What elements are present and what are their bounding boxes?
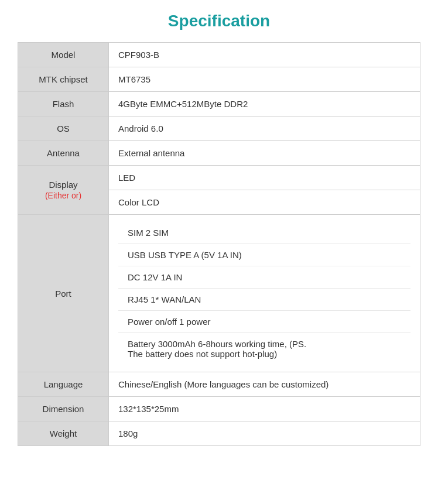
value-antenna: External antenna [109, 141, 420, 166]
value-os: Android 6.0 [109, 116, 420, 141]
port-battery: Battery 3000mAh 6-8hours working time, (… [118, 333, 410, 365]
table-row: Flash 4GByte EMMC+512MByte DDR2 [18, 92, 420, 116]
label-display: Display (Either or) [18, 166, 109, 215]
label-os: OS [18, 116, 109, 141]
value-dimension: 132*135*25mm [109, 397, 420, 421]
value-display-led: LED [109, 166, 420, 190]
table-row-weight: Weight 180g [18, 421, 420, 446]
table-row: OS Android 6.0 [18, 116, 420, 141]
label-antenna: Antenna [18, 141, 109, 166]
page-title: Specification [168, 12, 270, 30]
table-row: Antenna External antenna [18, 141, 420, 166]
port-usb: USB USB TYPE A (5V 1A IN) [118, 244, 410, 266]
port-sim: SIM 2 SIM [118, 222, 410, 244]
label-language: Language [18, 372, 109, 397]
port-dc: DC 12V 1A IN [118, 266, 410, 289]
value-display-lcd: Color LCD [109, 190, 420, 215]
value-mtk: MT6735 [109, 67, 420, 92]
label-flash: Flash [18, 92, 109, 116]
spec-table: Model CPF903-B MTK chipset MT6735 Flash … [18, 42, 420, 446]
value-flash: 4GByte EMMC+512MByte DDR2 [109, 92, 420, 116]
table-row-display-led: Display (Either or) LED [18, 166, 420, 190]
table-row-dimension: Dimension 132*135*25mm [18, 397, 420, 421]
table-row-language: Language Chinese/English (More languages… [18, 372, 420, 397]
label-weight: Weight [18, 421, 109, 446]
value-model: CPF903-B [109, 43, 420, 67]
port-rj45: RJ45 1* WAN/LAN [118, 289, 410, 311]
table-row: MTK chipset MT6735 [18, 67, 420, 92]
label-dimension: Dimension [18, 397, 109, 421]
value-weight: 180g [109, 421, 420, 446]
label-mtk: MTK chipset [18, 67, 109, 92]
table-row: Model CPF903-B [18, 43, 420, 67]
value-port: SIM 2 SIM USB USB TYPE A (5V 1A IN) DC 1… [109, 215, 420, 372]
label-model: Model [18, 43, 109, 67]
label-port: Port [18, 215, 109, 372]
value-language: Chinese/English (More languages can be c… [109, 372, 420, 397]
table-row-port: Port SIM 2 SIM USB USB TYPE A (5V 1A IN)… [18, 215, 420, 372]
port-power: Power on/off 1 power [118, 311, 410, 333]
